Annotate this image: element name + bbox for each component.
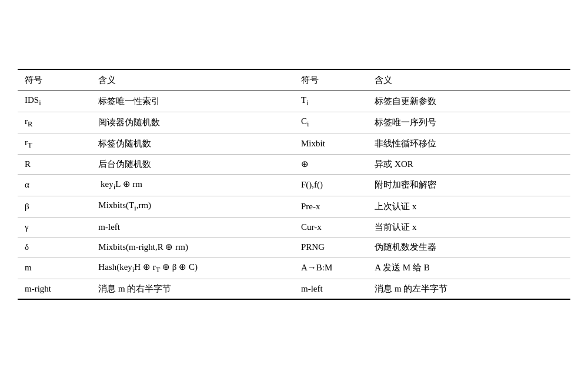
meaning2-cell: 附时加密和解密 xyxy=(368,174,570,196)
meaning1-cell: 后台伪随机数 xyxy=(91,154,294,174)
meaning1-cell: 标签伪随机数 xyxy=(91,133,294,154)
meaning1-cell: m-left xyxy=(91,217,294,237)
table-row: IDSi标签唯一性索引Ti标签自更新参数 xyxy=(18,91,570,112)
symbol2-cell: Ti xyxy=(294,91,368,112)
symbol1-cell: rR xyxy=(18,112,91,133)
symbol2-cell: Pre-x xyxy=(294,196,368,217)
table-row: γm-leftCur-x当前认证 x xyxy=(18,217,570,237)
table-row: δMixbits(m-right,R ⊕ rm)PRNG伪随机数发生器 xyxy=(18,237,570,257)
symbol2-cell: F(),f() xyxy=(294,174,368,196)
table-row: rT标签伪随机数Mixbit非线性循环移位 xyxy=(18,133,570,154)
symbol1-cell: α xyxy=(18,174,91,196)
table-row: α keyiL ⊕ rmF(),f()附时加密和解密 xyxy=(18,174,570,196)
table-wrapper: 符号 含义 符号 含义 IDSi标签唯一性索引Ti标签自更新参数rR阅读器伪随机… xyxy=(18,69,570,300)
symbol1-cell: δ xyxy=(18,237,91,257)
meaning2-cell: 标签唯一序列号 xyxy=(368,112,570,133)
symbol2-cell: Cur-x xyxy=(294,217,368,237)
table-row: mHash(keyiH ⊕ rT ⊕ β ⊕ C)A→B:MA 发送 M 给 B xyxy=(18,257,570,279)
meaning1-cell: keyiL ⊕ rm xyxy=(91,174,294,196)
symbol2-cell: Ci xyxy=(294,112,368,133)
meaning1-cell: Hash(keyiH ⊕ rT ⊕ β ⊕ C) xyxy=(91,257,294,279)
meaning2-cell: 异或 XOR xyxy=(368,154,570,174)
symbol2-cell: A→B:M xyxy=(294,257,368,279)
header-row: 符号 含义 符号 含义 xyxy=(18,69,570,91)
meaning2-cell: A 发送 M 给 B xyxy=(368,257,570,279)
symbol2-cell: ⊕ xyxy=(294,154,368,174)
meaning2-cell: 非线性循环移位 xyxy=(368,133,570,154)
meaning2-cell: 消息 m 的左半字节 xyxy=(368,279,570,299)
symbol1-cell: γ xyxy=(18,217,91,237)
meaning2-cell: 当前认证 x xyxy=(368,217,570,237)
symbol2-cell: Mixbit xyxy=(294,133,368,154)
symbol1-cell: R xyxy=(18,154,91,174)
symbol2-cell: m-left xyxy=(294,279,368,299)
meaning1-cell: 阅读器伪随机数 xyxy=(91,112,294,133)
table-row: βMixbits(Ti,rm)Pre-x上次认证 x xyxy=(18,196,570,217)
symbol1-cell: rT xyxy=(18,133,91,154)
symbol1-cell: IDSi xyxy=(18,91,91,112)
meaning1-cell: 消息 m 的右半字节 xyxy=(91,279,294,299)
meaning2-cell: 标签自更新参数 xyxy=(368,91,570,112)
symbol1-cell: m xyxy=(18,257,91,279)
meaning1-cell: Mixbits(m-right,R ⊕ rm) xyxy=(91,237,294,257)
header-meaning2: 含义 xyxy=(368,69,570,91)
meaning2-cell: 伪随机数发生器 xyxy=(368,237,570,257)
header-meaning1: 含义 xyxy=(91,69,294,91)
table-row: rR阅读器伪随机数Ci标签唯一序列号 xyxy=(18,112,570,133)
table-row: m-right消息 m 的右半字节m-left消息 m 的左半字节 xyxy=(18,279,570,299)
meaning1-cell: 标签唯一性索引 xyxy=(91,91,294,112)
meaning2-cell: 上次认证 x xyxy=(368,196,570,217)
header-symbol1: 符号 xyxy=(18,69,91,91)
symbol2-cell: PRNG xyxy=(294,237,368,257)
table-row: R后台伪随机数⊕异或 XOR xyxy=(18,154,570,174)
meaning1-cell: Mixbits(Ti,rm) xyxy=(91,196,294,217)
symbol1-cell: m-right xyxy=(18,279,91,299)
symbol1-cell: β xyxy=(18,196,91,217)
symbol-table: 符号 含义 符号 含义 IDSi标签唯一性索引Ti标签自更新参数rR阅读器伪随机… xyxy=(18,69,570,300)
header-symbol2: 符号 xyxy=(294,69,368,91)
